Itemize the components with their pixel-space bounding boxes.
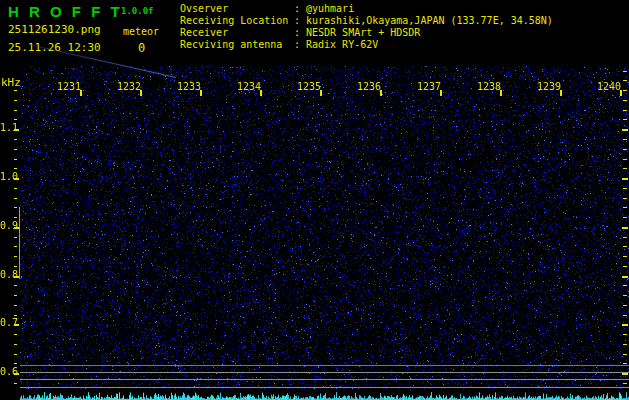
spectrogram-noise-canvas: [20, 66, 629, 389]
tick-mark: [623, 237, 627, 238]
info-label: Receiving Location: [180, 15, 294, 27]
tick-mark: [623, 344, 627, 345]
tick-mark: [14, 373, 19, 375]
time-tick-label: 1237: [415, 82, 441, 92]
info-row-location: Receiving Location : kurashiki,Okayama,J…: [180, 15, 553, 27]
tick-mark: [14, 198, 17, 199]
tick-mark: [620, 90, 622, 96]
vertical-marker-line: [19, 207, 20, 279]
tick-mark: [623, 266, 627, 267]
tick-mark: [14, 383, 17, 384]
tick-mark: [622, 227, 628, 229]
tick-mark: [14, 266, 17, 267]
time-tick-label: 1232: [115, 82, 141, 92]
tick-mark: [14, 256, 17, 257]
tick-mark: [622, 324, 628, 326]
tick-mark: [14, 149, 17, 150]
tick-mark: [622, 276, 628, 278]
tick-mark: [14, 90, 17, 91]
tick-mark: [623, 198, 627, 199]
time-tick-label: 1231: [55, 82, 81, 92]
info-label: Ovserver: [180, 3, 294, 15]
tick-mark: [14, 334, 17, 335]
tick-mark: [80, 90, 82, 96]
meteor-counter-label: meteor: [123, 26, 159, 37]
info-value: kurashiki,Okayama,JAPAN (133.77E, 34.58N…: [306, 15, 553, 27]
info-label: Receiver: [180, 27, 294, 39]
tick-mark: [200, 90, 202, 96]
freq-tick-label: 0.9: [0, 221, 14, 231]
station-info: Ovserver : @yuhmari Receiving Location :…: [180, 3, 553, 51]
tick-mark: [623, 334, 627, 335]
tick-mark: [260, 90, 262, 96]
tick-mark: [560, 90, 562, 96]
tick-mark: [14, 178, 19, 180]
time-tick-label: 1238: [475, 82, 501, 92]
info-value: NESDR SMArt + HDSDR: [306, 27, 553, 39]
tick-mark: [320, 90, 322, 96]
tick-mark: [14, 363, 17, 364]
tick-mark: [380, 90, 382, 96]
tick-mark: [622, 373, 628, 375]
tick-mark: [500, 90, 502, 96]
info-colon: :: [294, 3, 306, 15]
tick-mark: [14, 246, 17, 247]
tick-mark: [14, 344, 17, 345]
tick-mark: [14, 119, 17, 120]
app-version: 1.0.0f: [121, 6, 154, 16]
info-label: Recviving antenna: [180, 39, 294, 51]
tick-mark: [623, 110, 627, 111]
reference-line: [20, 379, 629, 380]
tick-mark: [14, 305, 17, 306]
freq-tick-label: 1.0: [0, 172, 14, 182]
time-tick-label: 1240: [595, 82, 621, 92]
reference-line: [20, 387, 629, 388]
tick-mark: [623, 71, 627, 72]
freq-tick-label: 0.7: [0, 318, 14, 328]
tick-mark: [440, 90, 442, 96]
frequency-axis-unit: kHz: [1, 76, 21, 89]
time-tick-label: 1235: [295, 82, 321, 92]
datetime-display: 25.11.26 12:30: [8, 41, 101, 54]
tick-mark: [623, 383, 627, 384]
tick-mark: [14, 237, 17, 238]
tick-mark: [623, 305, 627, 306]
time-tick-label: 1233: [175, 82, 201, 92]
reference-line: [20, 365, 629, 366]
tick-mark: [140, 90, 142, 96]
tick-mark: [14, 100, 17, 101]
tick-mark: [14, 139, 17, 140]
tick-mark: [623, 159, 627, 160]
tick-mark: [14, 159, 17, 160]
freq-tick-label: 0.8: [0, 270, 14, 280]
tick-mark: [14, 207, 17, 208]
tick-mark: [623, 168, 627, 169]
tick-mark: [622, 178, 628, 180]
info-value: Radix RY-62V: [306, 39, 553, 51]
tick-mark: [14, 285, 17, 286]
freq-tick-label: 0.6: [0, 367, 14, 377]
app-title: H R O F F T: [8, 3, 123, 20]
tick-mark: [14, 354, 17, 355]
output-filename: 2511261230.png: [8, 23, 101, 36]
tick-mark: [14, 315, 17, 316]
tick-mark: [623, 139, 627, 140]
tick-mark: [623, 285, 627, 286]
meteor-counter-value: 0: [138, 41, 145, 55]
tick-mark: [623, 90, 627, 91]
info-colon: :: [294, 27, 306, 39]
tick-mark: [623, 149, 627, 150]
time-tick-label: 1239: [535, 82, 561, 92]
tick-mark: [623, 363, 627, 364]
tick-mark: [623, 217, 627, 218]
tick-mark: [14, 110, 17, 111]
hrofft-window: H R O F F T 1.0.0f 2511261230.png meteor…: [0, 0, 629, 400]
info-row-antenna: Recviving antenna : Radix RY-62V: [180, 39, 553, 51]
signal-level-strip: [20, 392, 629, 400]
tick-mark: [623, 207, 627, 208]
info-colon: :: [294, 39, 306, 51]
tick-mark: [14, 324, 19, 326]
tick-mark: [14, 217, 17, 218]
tick-mark: [623, 354, 627, 355]
tick-mark: [14, 188, 17, 189]
